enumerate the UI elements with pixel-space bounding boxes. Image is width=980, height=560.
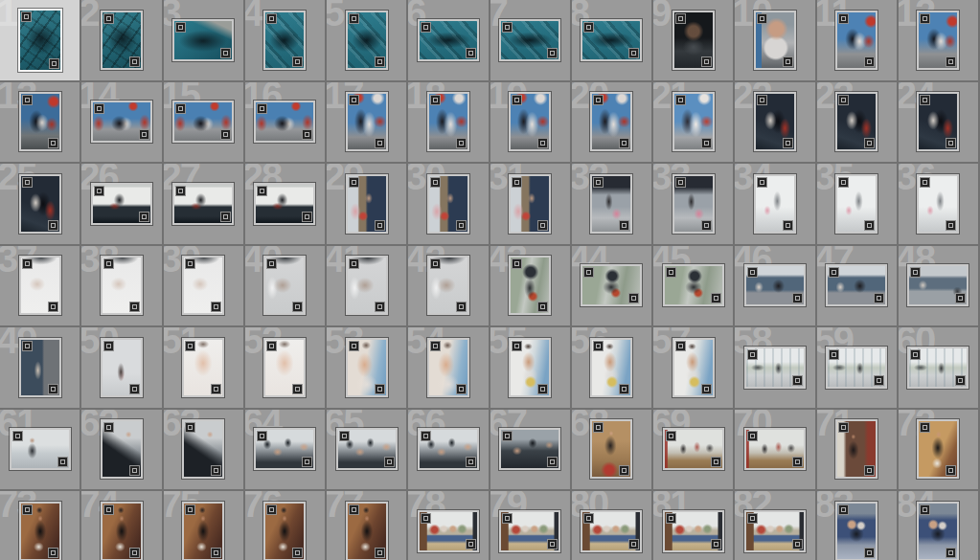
corner-badge-icon[interactable] (175, 22, 186, 33)
corner-badge-icon[interactable] (547, 48, 558, 58)
photo-thumbnail[interactable] (172, 101, 234, 143)
corner-badge-icon[interactable] (675, 341, 686, 351)
corner-badge-icon[interactable] (266, 504, 277, 515)
grid-cell[interactable]: 65 (327, 410, 408, 492)
corner-badge-icon[interactable] (792, 293, 803, 303)
corner-badge-icon[interactable] (185, 504, 195, 515)
photo-thumbnail[interactable] (346, 11, 388, 70)
photo-thumbnail[interactable] (182, 338, 224, 397)
corner-badge-icon[interactable] (838, 422, 849, 433)
corner-badge-icon[interactable] (537, 138, 548, 148)
grid-cell[interactable]: 27 (164, 164, 245, 246)
corner-badge-icon[interactable] (129, 56, 140, 67)
corner-badge-icon[interactable] (583, 22, 594, 33)
corner-badge-icon[interactable] (537, 302, 548, 312)
corner-badge-icon[interactable] (583, 267, 594, 278)
corner-badge-icon[interactable] (22, 177, 33, 188)
photo-thumbnail[interactable] (835, 419, 877, 479)
photo-thumbnail[interactable] (418, 510, 479, 552)
corner-badge-icon[interactable] (593, 177, 604, 188)
corner-badge-icon[interactable] (22, 95, 33, 105)
photo-thumbnail[interactable] (590, 174, 632, 234)
corner-badge-icon[interactable] (711, 457, 721, 467)
corner-badge-icon[interactable] (103, 504, 114, 515)
photo-thumbnail[interactable] (254, 101, 315, 143)
corner-badge-icon[interactable] (375, 220, 385, 231)
photo-thumbnail[interactable] (182, 419, 224, 479)
grid-cell[interactable]: 6 (408, 0, 490, 82)
grid-cell[interactable]: 73 (0, 491, 81, 560)
photo-thumbnail[interactable] (346, 338, 388, 397)
corner-badge-icon[interactable] (103, 258, 114, 269)
corner-badge-icon[interactable] (628, 539, 639, 549)
photo-thumbnail[interactable] (263, 256, 306, 315)
corner-badge-icon[interactable] (211, 465, 221, 476)
corner-badge-icon[interactable] (502, 22, 513, 33)
corner-badge-icon[interactable] (946, 220, 956, 231)
grid-cell[interactable]: 61 (0, 410, 81, 492)
corner-badge-icon[interactable] (547, 539, 558, 549)
photo-thumbnail[interactable] (835, 174, 877, 234)
corner-badge-icon[interactable] (103, 341, 114, 351)
corner-badge-icon[interactable] (211, 384, 221, 394)
grid-cell[interactable]: 82 (735, 491, 816, 560)
grid-cell[interactable]: 69 (653, 410, 735, 492)
corner-badge-icon[interactable] (829, 349, 839, 360)
corner-badge-icon[interactable] (430, 95, 441, 105)
photo-thumbnail[interactable] (590, 338, 632, 397)
grid-cell[interactable]: 39 (164, 246, 245, 328)
corner-badge-icon[interactable] (747, 513, 758, 524)
corner-badge-icon[interactable] (920, 504, 930, 515)
corner-badge-icon[interactable] (48, 302, 58, 312)
corner-badge-icon[interactable] (838, 504, 849, 515)
corner-badge-icon[interactable] (920, 422, 930, 433)
grid-cell[interactable]: 62 (81, 410, 163, 492)
photo-thumbnail[interactable] (10, 428, 71, 470)
corner-badge-icon[interactable] (266, 258, 277, 269)
grid-cell[interactable]: 22 (735, 82, 816, 165)
corner-badge-icon[interactable] (619, 465, 629, 476)
corner-badge-icon[interactable] (747, 431, 758, 441)
photo-thumbnail[interactable] (499, 428, 560, 470)
corner-badge-icon[interactable] (619, 384, 629, 394)
grid-cell[interactable]: 72 (899, 410, 980, 492)
corner-badge-icon[interactable] (502, 431, 513, 441)
photo-thumbnail[interactable] (254, 183, 315, 225)
corner-badge-icon[interactable] (466, 539, 476, 549)
corner-badge-icon[interactable] (129, 548, 140, 558)
photo-thumbnail[interactable] (101, 11, 143, 70)
grid-cell[interactable]: 26 (81, 164, 163, 246)
grid-cell[interactable]: 7 (490, 0, 572, 82)
photo-thumbnail[interactable] (663, 264, 724, 306)
corner-badge-icon[interactable] (375, 548, 385, 558)
corner-badge-icon[interactable] (512, 95, 522, 105)
corner-badge-icon[interactable] (211, 548, 221, 558)
corner-badge-icon[interactable] (302, 212, 312, 222)
corner-badge-icon[interactable] (666, 267, 676, 278)
corner-badge-icon[interactable] (910, 349, 921, 360)
grid-cell[interactable]: 66 (408, 410, 490, 492)
corner-badge-icon[interactable] (129, 465, 140, 476)
photo-thumbnail[interactable] (254, 428, 315, 470)
grid-cell[interactable]: 63 (164, 410, 245, 492)
corner-badge-icon[interactable] (701, 56, 712, 67)
corner-badge-icon[interactable] (21, 11, 32, 22)
corner-badge-icon[interactable] (421, 22, 431, 33)
corner-badge-icon[interactable] (48, 138, 58, 148)
photo-thumbnail[interactable] (509, 92, 551, 151)
grid-cell[interactable]: 23 (817, 82, 899, 165)
grid-cell[interactable]: 34 (735, 164, 816, 246)
photo-thumbnail[interactable] (907, 347, 969, 389)
photo-thumbnail[interactable] (581, 510, 642, 552)
grid-cell[interactable]: 84 (899, 491, 980, 560)
corner-badge-icon[interactable] (456, 302, 467, 312)
grid-cell[interactable]: 18 (408, 82, 490, 165)
grid-cell[interactable]: 75 (164, 491, 245, 560)
grid-cell[interactable]: 79 (490, 491, 572, 560)
corner-badge-icon[interactable] (792, 539, 803, 549)
corner-badge-icon[interactable] (349, 95, 359, 105)
corner-badge-icon[interactable] (593, 422, 604, 433)
corner-badge-icon[interactable] (266, 341, 277, 351)
corner-badge-icon[interactable] (257, 431, 267, 441)
photo-thumbnail[interactable] (917, 11, 959, 70)
